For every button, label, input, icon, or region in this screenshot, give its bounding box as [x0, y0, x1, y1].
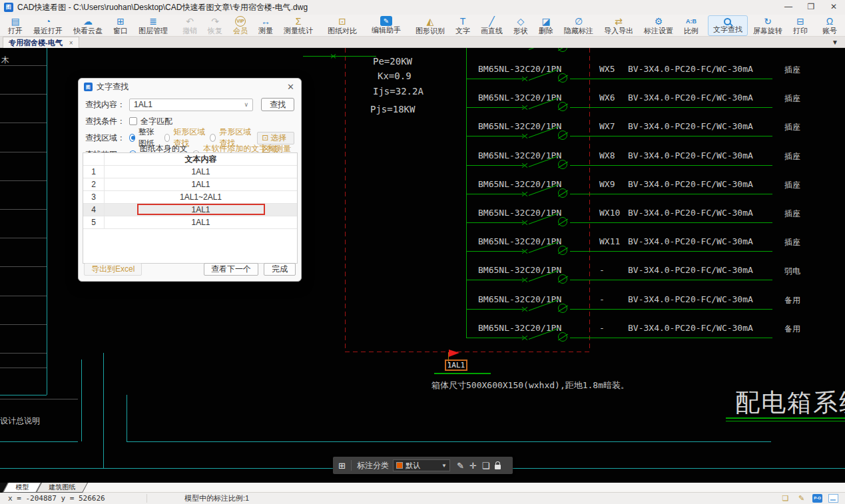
rect-area-radio[interactable]	[164, 134, 170, 142]
toolbar-button-undo[interactable]: ↶撤销	[177, 15, 202, 36]
toolbar-button-drawing-compare[interactable]: ⊡图纸对比	[322, 15, 362, 36]
toolbar-button-erase[interactable]: ◪删除	[533, 15, 559, 36]
move-annotation-icon[interactable]: ✛	[469, 461, 477, 471]
category-dropdown[interactable]: 默认 ▼	[393, 459, 450, 471]
result-row[interactable]: 4 1AL1	[83, 204, 297, 216]
dialog-close-icon[interactable]: ✕	[287, 82, 294, 92]
measure-icon: ↔	[261, 16, 270, 27]
sheet-tab-layout[interactable]: 建筑图纸	[36, 483, 88, 493]
account-icon: Ω	[826, 16, 833, 27]
divider	[146, 494, 147, 503]
result-text: 1AL1	[105, 204, 297, 216]
breaker-circle-symbol	[558, 160, 567, 169]
toolbar-button-shape-recognize[interactable]: ◭图形识别	[410, 15, 450, 36]
box-dimension-note: 箱体尺寸500X600X150(wxhxd),距地1.8m暗装。	[431, 379, 629, 391]
lock-annotation-icon[interactable]	[495, 465, 501, 469]
toolbar-button-annotation-settings[interactable]: ⚙标注设置	[639, 15, 679, 36]
shapes-icon: ◇	[517, 16, 525, 27]
toolbar-button-window[interactable]: ⊞窗口	[108, 15, 133, 36]
area-label: 查找区域：	[85, 132, 125, 144]
toolbar-button-text-search[interactable]: 文字查找	[708, 15, 748, 36]
toolbar-button-screen-rotate[interactable]: ↻屏幕旋转	[748, 15, 788, 36]
toolbar-button-support[interactable]: ∩客服	[842, 15, 845, 36]
pdf-doc-icon[interactable]: ❏	[780, 494, 790, 503]
breaker-circle-symbol	[558, 332, 567, 342]
toolbar-button-scale[interactable]: A:B比例	[679, 15, 704, 36]
toolbar-label: 窗口	[113, 27, 128, 35]
frame-line	[0, 399, 78, 399]
circuit-wire	[466, 222, 523, 223]
tabbar-overflow-icon[interactable]: ▼	[832, 39, 838, 46]
search-input[interactable]: 1AL1 ∨	[129, 99, 253, 111]
text-icon: T	[460, 16, 466, 27]
dialog-title-bar[interactable]: 图 文字查找 ✕	[79, 79, 301, 95]
circuit-wire	[570, 309, 772, 310]
toolbar-button-measure[interactable]: ↔测量	[253, 15, 278, 36]
minimize-button[interactable]: —	[777, 0, 800, 15]
screen-rotate-icon: ↻	[764, 16, 772, 27]
copy-annotation-icon[interactable]: ❏	[482, 461, 490, 471]
toolbar-button-draw-line[interactable]: ╱画直线	[475, 15, 508, 36]
toolbar-button-cloud[interactable]: ☁快看云盘	[68, 15, 108, 36]
recent-clock-icon: ◔	[45, 16, 51, 27]
toolbar-button-print[interactable]: ⊟打印	[788, 15, 813, 36]
circuit-wire	[570, 280, 772, 280]
load-type-label: 插座	[784, 65, 800, 76]
frame-line	[127, 441, 771, 442]
result-row[interactable]: 2 1AL1	[83, 178, 297, 191]
sheet-tab-label: 建筑图纸	[49, 483, 75, 492]
grid-icon[interactable]: ⊞	[338, 461, 346, 471]
result-row[interactable]: 3 1AL1~2AL1	[83, 191, 297, 204]
circuit-wire	[466, 136, 523, 136]
frame-line	[127, 395, 127, 441]
result-row[interactable]: 1 1AL1	[83, 166, 297, 178]
cloud-icon: ☁	[83, 16, 93, 27]
edit-annotation-icon[interactable]: ✎	[457, 461, 464, 471]
toolbar-button-open-folder[interactable]: ▤打开	[3, 15, 28, 36]
toolbar-button-hide-annotation[interactable]: ∅隐藏标注	[559, 15, 599, 36]
document-tab-bar: 专用宿舍楼-电气 × ▼	[0, 37, 845, 48]
toolbar-button-layers[interactable]: ≣图层管理	[133, 15, 173, 36]
window-panel-icon[interactable]	[828, 494, 838, 503]
close-button[interactable]: ✕	[822, 0, 845, 15]
toolbar-button-vip[interactable]: VIP会员	[228, 15, 253, 36]
erase-icon: ◪	[541, 16, 550, 27]
window-title: CAD快速看图 - C:\Users\ruohan\Desktop\CAD快速看…	[17, 2, 308, 13]
find-button[interactable]: 查找	[261, 98, 294, 111]
toolbar-button-redo[interactable]: ↷恢复	[202, 15, 228, 36]
toolbar-button-import-export[interactable]: ⇄导入导出	[599, 15, 639, 36]
poly-area-radio[interactable]	[210, 134, 216, 142]
po-badge-icon[interactable]: P-O	[812, 494, 822, 503]
circuit-number-label: -	[599, 294, 605, 304]
category-color-swatch	[396, 462, 403, 469]
done-button[interactable]: 完成	[264, 263, 296, 276]
tab-close-icon[interactable]: ×	[69, 39, 73, 47]
toolbar-button-shapes[interactable]: ◇形状	[508, 15, 533, 36]
results-table: 文本内容 1 1AL1 2 1AL1 3 1AL1~2AL1 4 1AL1 5 …	[83, 152, 298, 264]
sheet-tab-model[interactable]: 模型	[3, 483, 41, 493]
document-tab[interactable]: 专用宿舍楼-电气 ×	[3, 37, 79, 48]
export-annotation-icon[interactable]: ✎	[796, 494, 806, 503]
whole-sheet-radio[interactable]	[129, 134, 135, 142]
select-area-button[interactable]: ⊡ 选择区域	[257, 132, 294, 144]
result-row[interactable]: 5 1AL1	[83, 216, 297, 229]
view-next-button[interactable]: 查看下一个	[204, 263, 258, 276]
cable-spec-label: BV-3X4.0-PC20-FC/WC-30mA	[628, 265, 753, 275]
maximize-button[interactable]: ❐	[800, 0, 822, 15]
export-excel-button[interactable]: 导出到Excel	[84, 263, 142, 276]
toolbar-button-edit-assistant[interactable]: ✎编辑助手	[366, 15, 406, 36]
toolbar-button-measure-stats[interactable]: Σ测量统计	[278, 15, 318, 36]
text-search-dialog: 图 文字查找 ✕ 查找内容： 1AL1 ∨ 查找 查找条件： 全字匹配 查找区域…	[78, 78, 302, 282]
toolbar-button-account[interactable]: Ω账号	[817, 15, 842, 36]
panel-boundary-dashed-bottom	[345, 352, 590, 352]
toolbar-button-text[interactable]: T文字	[450, 15, 475, 36]
whole-word-checkbox[interactable]	[129, 117, 137, 125]
toolbar-label: 恢复	[208, 27, 222, 35]
circuit-wire	[466, 251, 523, 252]
circuit-wire	[570, 194, 772, 194]
result-index: 1	[83, 166, 105, 178]
toolbar-button-recent-clock[interactable]: ◔最近打开	[28, 15, 68, 36]
result-text: 1AL1	[105, 178, 297, 190]
chevron-down-icon[interactable]: ∨	[244, 101, 249, 108]
circuit-wire	[466, 107, 523, 108]
